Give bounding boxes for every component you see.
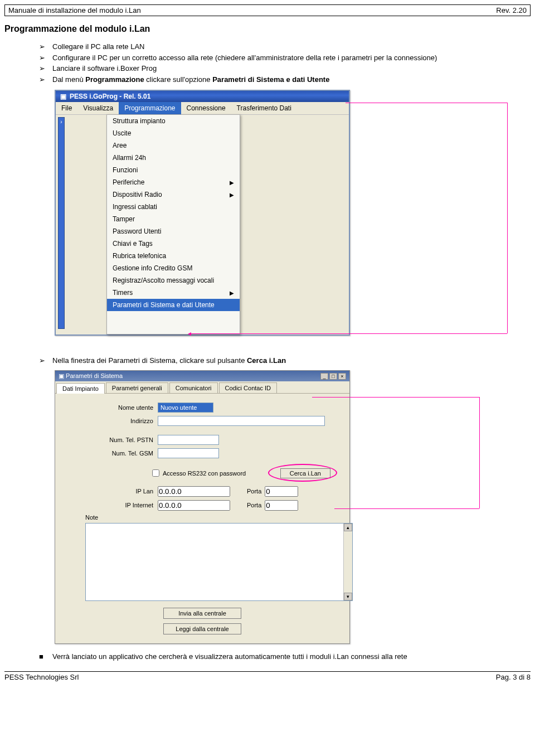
menu-item[interactable]: Rubrica telefonica [107,250,240,262]
menu-item[interactable]: Chiavi e Tags [107,238,240,250]
footer-right: Pag. 3 di 8 [496,673,531,681]
window-titlebar: ▣ PESS i.GoProg - Rel. 5.01 [56,91,349,102]
label-ip-internet: IP Internet [63,502,158,508]
minimize-icon[interactable]: _ [320,373,328,380]
sidebar-strip: › [58,117,65,329]
menu-item[interactable]: Tamper [107,213,240,225]
label-note: Note [85,514,342,521]
bullet-list-3: ■Verrà lanciato un applicativo che cerch… [39,652,531,662]
callout-line [507,103,508,333]
footer-left: PESS Technologies Srl [4,673,79,681]
doc-header-left: Manuale di installazione del modulo i.La… [8,6,141,14]
menu-item-parametri-sistema[interactable]: Parametri di Sistema e dati Utente [107,299,240,311]
label-porta: Porta [247,488,261,495]
menu-item[interactable]: Timers▶ [107,287,240,299]
input-porta-internet[interactable] [265,500,298,511]
scroll-up-icon[interactable]: ▴ [344,524,352,531]
button-leggi-centrale[interactable]: Leggi dalla centrale [163,623,241,634]
window-buttons: _□× [319,372,346,380]
textarea-note[interactable]: ▴ ▾ [85,523,353,601]
bullet-icon: ➢ [39,53,52,63]
callout-line [334,508,479,509]
menu-item[interactable]: Uscite [107,127,240,139]
label-ip-lan: IP Lan [63,488,158,495]
label-checkbox-rs232: Accesso RS232 con password [163,470,246,477]
tab-comunicatori[interactable]: Comunicatori [169,382,218,393]
callout-line [312,397,479,398]
callout-line [346,103,507,103]
input-ip-internet[interactable] [158,500,230,511]
scroll-down-icon[interactable]: ▾ [344,593,352,600]
bullet-icon: ➢ [39,64,52,74]
window-title: PESS i.GoProg - Rel. 5.01 [70,93,150,100]
window-titlebar: ▣ Parametri di Sistema _□× [55,371,349,381]
menu-item[interactable]: Struttura impianto [107,115,240,127]
menu-item[interactable]: Ingressi cablati [107,201,240,213]
menu-item[interactable]: Registraz/Ascolto messaggi vocali [107,274,240,287]
close-icon[interactable]: × [338,373,346,380]
tab-codici-contac[interactable]: Codici Contac ID [219,382,278,393]
menu-item[interactable]: Gestione info Credito GSM [107,262,240,274]
tab-parametri-generali[interactable]: Parametri generali [106,382,168,393]
maximize-icon[interactable]: □ [329,373,337,380]
screenshot-goprog: ▣ PESS i.GoProg - Rel. 5.01 File Visuali… [55,90,350,336]
label-gsm: Num. Tel. GSM [63,450,158,457]
submenu-arrow-icon: ▶ [230,290,234,296]
programmazione-dropdown: Struttura impianto Uscite Aree Allarmi 2… [106,114,240,335]
bullet-text: Nella finestra dei Parametri di Sistema,… [52,356,286,366]
app-icon: ▣ [59,372,64,379]
menu-item[interactable]: Allarmi 24h [107,152,240,164]
menu-trasferimento[interactable]: Trasferimento Dati [231,102,297,114]
section-title: Programmazione del modulo i.Lan [4,24,531,34]
submenu-arrow-icon: ▶ [230,192,234,198]
input-gsm[interactable] [158,448,219,458]
label-porta: Porta [247,502,261,508]
label-pstn: Num. Tel. PSTN [63,437,158,443]
submenu-arrow-icon: ▶ [230,180,234,186]
bullet-text: Verrà lanciato un applicativo che cerche… [52,652,407,662]
menu-item[interactable]: Password Utenti [107,225,240,238]
doc-header-right: Rev. 2.20 [496,6,527,14]
input-indirizzo[interactable] [158,416,325,426]
bullet-icon: ➢ [39,42,52,52]
bullet-text: Collegare il PC alla rete LAN [52,42,144,52]
tabs: Dati Impianto Parametri generali Comunic… [55,381,349,394]
callout-arrow [189,333,507,334]
button-cerca-ilan[interactable]: Cerca i.Lan [280,468,330,478]
bullet-list-1: ➢Collegare il PC alla rete LAN ➢Configur… [39,42,531,84]
menu-visualizza[interactable]: Visualizza [77,102,119,114]
menu-connessione[interactable]: Connessione [181,102,231,114]
window-title: Parametri di Sistema [66,372,123,379]
input-nome-utente[interactable] [158,403,213,413]
scrollbar[interactable]: ▴ ▾ [343,524,352,600]
app-icon: ▣ [60,93,66,100]
input-pstn[interactable] [158,435,219,445]
label-indirizzo: Indirizzo [63,418,158,424]
checkbox-rs232[interactable] [152,469,159,477]
menu-file[interactable]: File [56,102,77,114]
menu-item[interactable]: Funzioni [107,164,240,176]
menu-item[interactable]: Dispositivi Radio▶ [107,188,240,201]
bullet-text: Lanciare il software i.Boxer Prog [52,64,157,74]
button-invia-centrale[interactable]: Invia alla centrale [163,608,241,619]
bullet-icon: ■ [39,652,52,662]
bullet-icon: ➢ [39,356,52,366]
label-nome-utente: Nome utente [63,404,158,411]
doc-header: Manuale di installazione del modulo i.La… [4,4,531,16]
bullet-icon: ➢ [39,75,52,85]
menubar: File Visualizza Programmazione Connessio… [56,102,349,115]
screenshot-parametri: ▣ Parametri di Sistema _□× Dati Impianto… [55,370,350,644]
bullet-text: Configurare il PC per un corretto access… [52,53,437,63]
bullet-text: Dal menù Programmazione clickare sull'op… [52,75,329,85]
menu-programmazione[interactable]: Programmazione [119,102,181,114]
input-porta-lan[interactable] [265,486,298,497]
callout-line [479,397,480,508]
menu-item[interactable]: Aree [107,139,240,152]
menu-item[interactable]: Periferiche▶ [107,176,240,188]
input-ip-lan[interactable] [158,486,230,497]
bullet-list-2: ➢ Nella finestra dei Parametri di Sistem… [39,356,531,366]
doc-footer: PESS Technologies Srl Pag. 3 di 8 [4,671,531,681]
tab-dati-impianto[interactable]: Dati Impianto [56,383,105,394]
